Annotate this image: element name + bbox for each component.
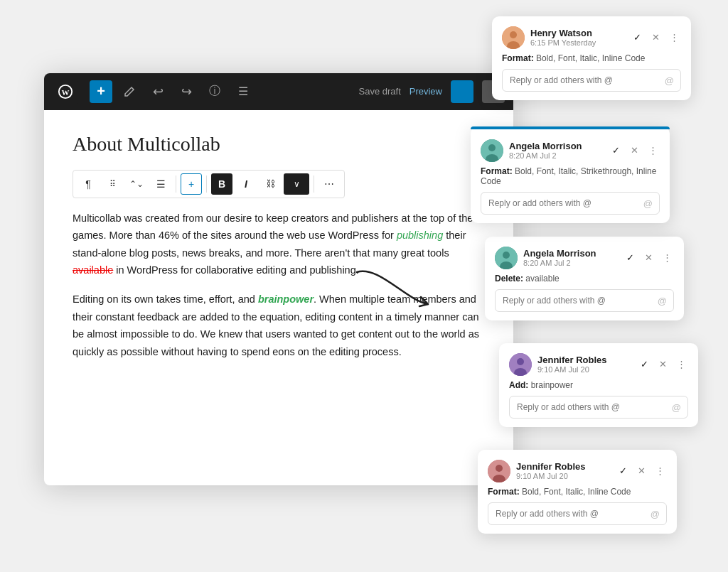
format-text-3: Delete: available: [495, 274, 674, 284]
drag-icon[interactable]: ⠿: [102, 173, 123, 195]
info-button[interactable]: ⓘ: [203, 80, 226, 103]
format-text-5: Format: Bold, Font, Italic, Inline Code: [488, 487, 667, 497]
reply-container-4: @: [509, 396, 688, 419]
close-icon-5[interactable]: ✕: [634, 464, 648, 478]
comment-card-3: Angela Morrison 8:20 AM Jul 2 ✓ ✕ ⋮ Dele…: [485, 237, 684, 320]
link-button[interactable]: ⛓: [259, 173, 281, 195]
page-title: About Multicollab: [73, 133, 485, 156]
svg-point-9: [503, 252, 510, 259]
comment-actions-4: ✓ ✕ ⋮: [637, 357, 688, 372]
wp-toolbar-right: Save draft Preview: [358, 80, 505, 103]
comment-card-2: Angela Morrison 8:20 AM Jul 2 ✓ ✕ ⋮ Form…: [471, 126, 670, 223]
comment-header-3: Angela Morrison 8:20 AM Jul 2 ✓ ✕ ⋮: [495, 247, 674, 269]
svg-point-3: [510, 31, 517, 38]
comment-header-4: Jennifer Robles 9:10 AM Jul 20 ✓ ✕ ⋮: [509, 353, 688, 376]
svg-point-15: [496, 465, 503, 472]
reply-input-3[interactable]: [495, 289, 674, 312]
check-icon-5[interactable]: ✓: [616, 464, 630, 478]
time-1: 6:15 PM Yesterday: [530, 38, 624, 47]
save-draft-link[interactable]: Save draft: [358, 86, 400, 97]
format-text-2: Format: Bold, Font, Italic, Strikethroug…: [481, 166, 660, 186]
divider: [176, 176, 176, 193]
author-1: Henry Watson: [530, 28, 624, 38]
wp-toolbar: W + ↩ ↪ ⓘ ☰ Save draft Preview: [44, 73, 513, 110]
avatar-1: [502, 26, 525, 49]
close-icon-1[interactable]: ✕: [648, 31, 663, 45]
list-view-button[interactable]: ☰: [232, 80, 255, 103]
close-icon-3[interactable]: ✕: [641, 251, 655, 265]
more-icon-5[interactable]: ⋮: [653, 464, 667, 478]
editor-body: Multicollab was created from our desire …: [73, 210, 485, 361]
time-2: 8:20 AM Jul 2: [509, 151, 603, 160]
wordpress-editor: W + ↩ ↪ ⓘ ☰ Save draft Preview About Mul…: [44, 73, 513, 485]
time-3: 8:20 AM Jul 2: [523, 259, 617, 267]
body-paragraph-2: Editing on its own takes time, effort, a…: [73, 291, 485, 361]
more-icon-1[interactable]: ⋮: [667, 31, 681, 45]
author-5: Jennifer Robles: [516, 461, 610, 472]
reply-container-5: @: [488, 502, 667, 525]
redo-button[interactable]: ↪: [175, 80, 198, 103]
dropdown-button[interactable]: ∨: [284, 173, 309, 195]
arrows-icon[interactable]: ⌃⌄: [126, 173, 147, 195]
publish-area: [451, 80, 473, 103]
comment-header-2: Angela Morrison 8:20 AM Jul 2 ✓ ✕ ⋮: [481, 139, 660, 162]
more-icon-4[interactable]: ⋮: [674, 357, 688, 372]
avatar-3: [495, 247, 518, 269]
comment-header-5: Jennifer Robles 9:10 AM Jul 20 ✓ ✕ ⋮: [488, 460, 667, 482]
add-block-button[interactable]: +: [90, 80, 112, 103]
comment-header-1: Henry Watson 6:15 PM Yesterday ✓ ✕ ⋮: [502, 26, 681, 49]
more-options-button[interactable]: ⋯: [318, 173, 340, 195]
more-icon-2[interactable]: ⋮: [646, 144, 660, 158]
add-block-inline-button[interactable]: +: [181, 173, 202, 195]
author-4: Jennifer Robles: [537, 355, 631, 365]
check-icon-2[interactable]: ✓: [609, 144, 623, 158]
comment-actions-3: ✓ ✕ ⋮: [623, 251, 674, 265]
divider-3: [314, 176, 314, 193]
pencil-button[interactable]: [118, 80, 141, 103]
body-paragraph-1: Multicollab was created from our desire …: [73, 210, 485, 280]
comment-actions-5: ✓ ✕ ⋮: [616, 464, 667, 478]
comment-meta-3: Angela Morrison 8:20 AM Jul 2: [523, 248, 617, 267]
reply-input-1[interactable]: [502, 69, 681, 92]
format-text-4: Add: brainpower: [509, 380, 688, 390]
card-accent-2: [471, 126, 670, 129]
more-icon-3[interactable]: ⋮: [660, 251, 674, 265]
paragraph-icon[interactable]: ¶: [77, 173, 99, 195]
at-icon-3: @: [658, 295, 667, 306]
at-icon-5: @: [651, 508, 660, 519]
avatar-4: [509, 353, 532, 376]
preview-link[interactable]: Preview: [410, 86, 442, 97]
reply-input-2[interactable]: [481, 192, 660, 215]
avatar-2: [481, 139, 503, 162]
close-icon-2[interactable]: ✕: [627, 144, 641, 158]
italic-button[interactable]: I: [235, 173, 257, 195]
comment-actions-2: ✓ ✕ ⋮: [609, 144, 660, 158]
reply-input-4[interactable]: [509, 396, 688, 419]
bold-button[interactable]: B: [211, 173, 232, 195]
format-text-1: Format: Bold, Font, Italic, Inline Code: [502, 53, 681, 63]
reply-input-5[interactable]: [488, 502, 667, 525]
comment-card-1: Henry Watson 6:15 PM Yesterday ✓ ✕ ⋮ For…: [492, 16, 691, 100]
author-2: Angela Morrison: [509, 141, 603, 151]
check-icon-4[interactable]: ✓: [637, 357, 651, 372]
avatar-5: [488, 460, 510, 482]
block-toolbar: ¶ ⠿ ⌃⌄ ☰ + B I ⛓ ∨ ⋯: [73, 170, 345, 198]
align-icon[interactable]: ☰: [150, 173, 171, 195]
comment-meta-4: Jennifer Robles 9:10 AM Jul 20: [537, 355, 631, 374]
check-icon-3[interactable]: ✓: [623, 251, 637, 265]
time-5: 9:10 AM Jul 20: [516, 472, 610, 480]
close-icon-4[interactable]: ✕: [655, 357, 670, 372]
comment-card-4: Jennifer Robles 9:10 AM Jul 20 ✓ ✕ ⋮ Add…: [499, 343, 698, 427]
divider-2: [206, 176, 207, 193]
svg-point-6: [488, 144, 496, 151]
reply-container-3: @: [495, 289, 674, 312]
check-icon-1[interactable]: ✓: [630, 31, 644, 45]
at-icon-1: @: [665, 75, 674, 85]
reply-container-1: @: [502, 69, 681, 92]
wp-logo: W: [53, 79, 78, 104]
author-3: Angela Morrison: [523, 248, 617, 259]
time-4: 9:10 AM Jul 20: [537, 365, 631, 374]
comment-meta-1: Henry Watson 6:15 PM Yesterday: [530, 28, 624, 47]
undo-button[interactable]: ↩: [146, 80, 169, 103]
at-icon-2: @: [643, 198, 653, 208]
